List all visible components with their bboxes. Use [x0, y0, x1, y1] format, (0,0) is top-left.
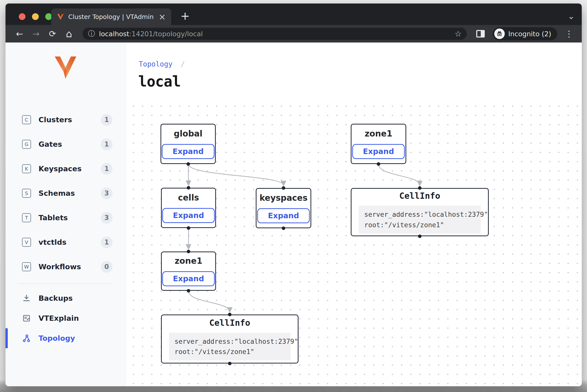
edge-zone1-cellinfo: [378, 164, 420, 185]
code-line: server_address:"localhost:2379": [364, 210, 488, 218]
url-text: localhost:14201/topology/local: [99, 30, 450, 38]
incognito-badge[interactable]: Incognito (2): [493, 27, 557, 40]
active-indicator: [6, 328, 8, 348]
site-info-icon[interactable]: ⓘ: [88, 29, 95, 38]
count-badge: 3: [101, 212, 112, 224]
new-tab-button[interactable]: +: [180, 10, 190, 22]
sidebar-divider: [18, 284, 113, 284]
active-tab[interactable]: Cluster Topology | VTAdmin ×: [51, 8, 171, 25]
sidebar-item-label: Gates: [38, 140, 101, 148]
browser-menu-icon[interactable]: ⋮: [562, 29, 576, 39]
gates-icon: G: [22, 140, 31, 149]
tab-strip: Cluster Topology | VTAdmin × + ⌄: [6, 4, 582, 25]
topology-network-icon: [22, 333, 32, 343]
cellinfo-code: server_address:"localhost:2379" root:"/v…: [169, 333, 290, 360]
node-global: global Expand: [160, 124, 216, 164]
node-title: cells: [178, 193, 199, 202]
breadcrumb-separator: /: [181, 60, 185, 68]
page-content: C Clusters 1 G Gates 1 K Keyspaces 1 S S…: [6, 42, 582, 386]
topology-page: Topology / local global Expand zone1 Exp…: [126, 42, 582, 386]
cellinfo-code: server_address:"localhost:2379" root:"/v…: [359, 206, 481, 233]
incognito-label: Incognito (2): [508, 30, 551, 38]
breadcrumb-topology-link[interactable]: Topology: [139, 60, 172, 68]
edge-zone1-cellinfo-bottom: [188, 291, 230, 312]
sidebar-item-tablets[interactable]: T Tablets 3: [6, 206, 126, 230]
node-zone1-lower: zone1 Expand: [161, 252, 216, 291]
topology-canvas[interactable]: global Expand zone1 Expand cells Expand …: [126, 100, 582, 386]
sidebar-item-gates[interactable]: G Gates 1: [6, 132, 126, 156]
window-controls: [19, 13, 52, 20]
sidebar-item-backups[interactable]: Backups: [6, 288, 126, 308]
back-button[interactable]: ←: [12, 27, 26, 41]
close-window-button[interactable]: [19, 13, 26, 20]
bookmark-star-icon[interactable]: ☆: [454, 29, 462, 38]
expand-button-cells[interactable]: Expand: [162, 208, 215, 223]
node-title: CellInfo: [209, 318, 250, 328]
sidebar-item-topology[interactable]: Topology: [6, 328, 126, 348]
reload-button[interactable]: ⟳: [46, 27, 60, 41]
browser-window: Cluster Topology | VTAdmin × + ⌄ ← → ⟳ ⌂…: [6, 4, 582, 386]
vtadmin-sidebar: C Clusters 1 G Gates 1 K Keyspaces 1 S S…: [6, 42, 126, 386]
count-badge: 1: [101, 163, 112, 175]
expand-button-keyspaces[interactable]: Expand: [257, 208, 310, 223]
minimize-window-button[interactable]: [32, 13, 39, 20]
sidebar-item-label: Keyspaces: [38, 164, 101, 173]
node-keyspaces: keyspaces Expand: [256, 188, 311, 228]
zoom-window-button[interactable]: [45, 13, 52, 20]
node-cellinfo-right: CellInfo server_address:"localhost:2379"…: [351, 188, 489, 236]
sidebar-item-label: Schemas: [38, 189, 101, 198]
node-cells: cells Expand: [161, 188, 216, 228]
edge-global-cells: [188, 164, 188, 185]
keyspaces-icon: K: [22, 164, 31, 173]
count-badge: 1: [101, 138, 112, 150]
node-title: zone1: [365, 129, 392, 138]
sidebar-nav: C Clusters 1 G Gates 1 K Keyspaces 1 S S…: [6, 108, 126, 279]
sidebar-item-label: Topology: [38, 334, 75, 342]
sidebar-item-label: Workflows: [38, 262, 101, 271]
code-line: root:"/vitess/zone1": [364, 221, 444, 229]
vitess-favicon-icon: [57, 13, 64, 20]
sidebar-item-schemas[interactable]: S Schemas 3: [6, 181, 126, 206]
sidebar-item-label: Backups: [38, 294, 73, 302]
forward-button[interactable]: →: [29, 27, 43, 41]
expand-button-zone1-lower[interactable]: Expand: [162, 271, 215, 286]
home-button[interactable]: ⌂: [62, 27, 76, 41]
schemas-icon: S: [22, 189, 31, 198]
expand-button-global[interactable]: Expand: [162, 144, 214, 159]
sidebar-item-label: Tablets: [38, 214, 101, 222]
workflows-icon: W: [22, 262, 31, 271]
breadcrumb: Topology /: [139, 60, 185, 68]
node-zone1-top: zone1 Expand: [351, 124, 406, 164]
expand-button-zone1-top[interactable]: Expand: [352, 144, 405, 159]
vtexplain-document-icon: [22, 313, 32, 323]
side-panel-icon[interactable]: [476, 30, 485, 38]
tablets-icon: T: [22, 213, 31, 222]
sidebar-item-vtexplain[interactable]: VTExplain: [6, 308, 126, 328]
tab-search-chevron-icon[interactable]: ⌄: [568, 11, 575, 21]
address-bar[interactable]: ⓘ localhost:14201/topology/local ☆: [82, 28, 467, 40]
edge-global-keyspaces: [188, 164, 284, 185]
sidebar-item-label: VTExplain: [38, 314, 79, 322]
browser-toolbar: ← → ⟳ ⌂ ⓘ localhost:14201/topology/local…: [6, 25, 582, 42]
clusters-icon: C: [22, 115, 31, 124]
code-line: root:"/vitess/zone1": [174, 348, 254, 356]
vtctlds-icon: V: [22, 238, 31, 247]
tab-title: Cluster Topology | VTAdmin: [68, 13, 154, 20]
tab-close-icon[interactable]: ×: [158, 12, 167, 21]
sidebar-item-workflows[interactable]: W Workflows 0: [6, 254, 126, 279]
sidebar-item-clusters[interactable]: C Clusters 1: [6, 108, 126, 132]
incognito-avatar: [494, 28, 505, 39]
node-title: keyspaces: [260, 193, 308, 203]
code-line: server_address:"localhost:2379": [174, 338, 298, 345]
page-title: local: [138, 73, 181, 90]
sidebar-item-vtctlds[interactable]: V vtctlds 1: [6, 230, 126, 254]
url-host: localhost: [99, 30, 129, 38]
node-title: CellInfo: [399, 191, 440, 201]
sidebar-item-keyspaces[interactable]: K Keyspaces 1: [6, 156, 126, 181]
count-badge: 0: [101, 261, 112, 273]
node-title: zone1: [175, 256, 202, 266]
count-badge: 1: [101, 236, 112, 248]
count-badge: 1: [101, 114, 112, 126]
backups-download-icon: [22, 293, 32, 303]
sidebar-item-label: vtctlds: [38, 238, 101, 246]
